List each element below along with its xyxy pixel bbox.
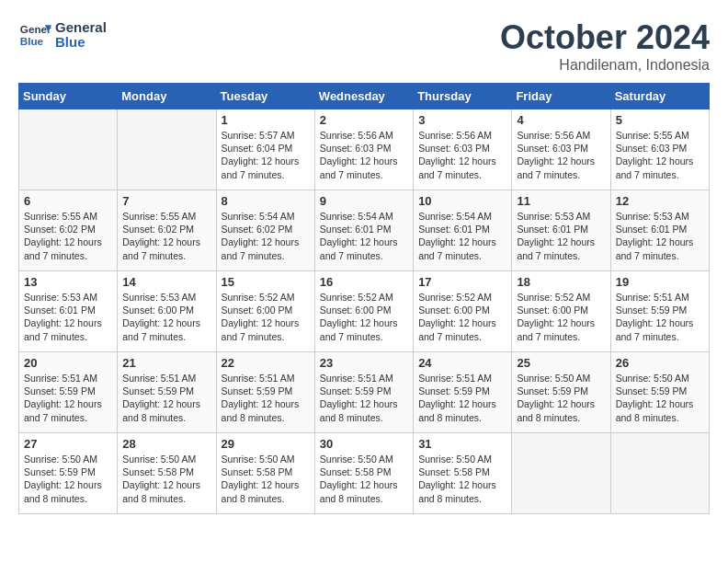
day-content: Sunrise: 5:55 AMSunset: 6:02 PMDaylight:… <box>24 210 112 262</box>
day-content: Sunrise: 5:52 AMSunset: 6:00 PMDaylight:… <box>517 291 605 343</box>
calendar-cell <box>19 109 118 190</box>
day-content: Sunrise: 5:51 AMSunset: 5:59 PMDaylight:… <box>418 372 506 424</box>
day-content: Sunrise: 5:51 AMSunset: 5:59 PMDaylight:… <box>122 372 210 424</box>
calendar-cell: 11Sunrise: 5:53 AMSunset: 6:01 PMDayligh… <box>512 190 610 271</box>
calendar-table: SundayMondayTuesdayWednesdayThursdayFrid… <box>18 83 710 514</box>
day-number: 26 <box>616 356 704 370</box>
month-title: October 2024 <box>500 18 710 57</box>
weekday-tuesday: Tuesday <box>216 84 314 109</box>
calendar-cell: 2Sunrise: 5:56 AMSunset: 6:03 PMDaylight… <box>314 109 413 190</box>
title-block: October 2024 Handilenam, Indonesia <box>500 18 710 74</box>
page-header: General Blue General Blue October 2024 H… <box>18 18 710 74</box>
week-row-4: 20Sunrise: 5:51 AMSunset: 5:59 PMDayligh… <box>19 352 710 433</box>
day-number: 30 <box>320 437 408 451</box>
calendar-cell: 18Sunrise: 5:52 AMSunset: 6:00 PMDayligh… <box>512 271 610 352</box>
calendar-cell: 23Sunrise: 5:51 AMSunset: 5:59 PMDayligh… <box>314 352 413 433</box>
day-content: Sunrise: 5:50 AMSunset: 5:59 PMDaylight:… <box>517 372 605 424</box>
day-content: Sunrise: 5:50 AMSunset: 5:59 PMDaylight:… <box>616 372 704 424</box>
day-number: 3 <box>418 113 506 127</box>
day-number: 24 <box>418 356 506 370</box>
calendar-cell: 10Sunrise: 5:54 AMSunset: 6:01 PMDayligh… <box>414 190 512 271</box>
day-content: Sunrise: 5:51 AMSunset: 5:59 PMDaylight:… <box>222 372 310 424</box>
day-content: Sunrise: 5:50 AMSunset: 5:58 PMDaylight:… <box>320 453 408 505</box>
calendar-cell: 5Sunrise: 5:55 AMSunset: 6:03 PMDaylight… <box>610 109 709 190</box>
calendar-cell: 30Sunrise: 5:50 AMSunset: 5:58 PMDayligh… <box>314 433 413 514</box>
day-content: Sunrise: 5:52 AMSunset: 6:00 PMDaylight:… <box>320 291 408 343</box>
day-content: Sunrise: 5:52 AMSunset: 6:00 PMDaylight:… <box>222 291 310 343</box>
calendar-cell: 20Sunrise: 5:51 AMSunset: 5:59 PMDayligh… <box>19 352 118 433</box>
logo-name: General Blue <box>55 20 107 51</box>
logo: General Blue General Blue <box>18 18 107 52</box>
calendar-cell: 22Sunrise: 5:51 AMSunset: 5:59 PMDayligh… <box>216 352 314 433</box>
svg-text:General: General <box>20 23 51 35</box>
day-number: 5 <box>616 113 704 127</box>
calendar-cell: 26Sunrise: 5:50 AMSunset: 5:59 PMDayligh… <box>610 352 709 433</box>
calendar-cell: 14Sunrise: 5:53 AMSunset: 6:00 PMDayligh… <box>118 271 216 352</box>
day-content: Sunrise: 5:51 AMSunset: 5:59 PMDaylight:… <box>320 372 408 424</box>
day-number: 22 <box>222 356 310 370</box>
calendar-cell: 12Sunrise: 5:53 AMSunset: 6:01 PMDayligh… <box>610 190 709 271</box>
day-number: 14 <box>122 275 210 289</box>
day-number: 28 <box>122 437 210 451</box>
day-number: 1 <box>222 113 310 127</box>
day-content: Sunrise: 5:54 AMSunset: 6:01 PMDaylight:… <box>418 210 506 262</box>
day-content: Sunrise: 5:50 AMSunset: 5:58 PMDaylight:… <box>418 453 506 505</box>
day-number: 7 <box>122 194 210 208</box>
week-row-1: 1Sunrise: 5:57 AMSunset: 6:04 PMDaylight… <box>19 109 710 190</box>
day-content: Sunrise: 5:50 AMSunset: 5:59 PMDaylight:… <box>24 453 112 505</box>
weekday-thursday: Thursday <box>414 84 512 109</box>
day-number: 2 <box>320 113 408 127</box>
calendar-cell: 16Sunrise: 5:52 AMSunset: 6:00 PMDayligh… <box>314 271 413 352</box>
day-content: Sunrise: 5:51 AMSunset: 5:59 PMDaylight:… <box>616 291 704 343</box>
weekday-wednesday: Wednesday <box>314 84 413 109</box>
svg-text:Blue: Blue <box>20 35 44 47</box>
day-content: Sunrise: 5:54 AMSunset: 6:02 PMDaylight:… <box>222 210 310 262</box>
calendar-cell: 24Sunrise: 5:51 AMSunset: 5:59 PMDayligh… <box>414 352 512 433</box>
day-content: Sunrise: 5:55 AMSunset: 6:02 PMDaylight:… <box>122 210 210 262</box>
day-content: Sunrise: 5:53 AMSunset: 6:00 PMDaylight:… <box>122 291 210 343</box>
calendar-cell <box>512 433 610 514</box>
calendar-cell: 8Sunrise: 5:54 AMSunset: 6:02 PMDaylight… <box>216 190 314 271</box>
weekday-header-row: SundayMondayTuesdayWednesdayThursdayFrid… <box>19 84 710 109</box>
calendar-cell: 27Sunrise: 5:50 AMSunset: 5:59 PMDayligh… <box>19 433 118 514</box>
day-number: 23 <box>320 356 408 370</box>
calendar-cell: 9Sunrise: 5:54 AMSunset: 6:01 PMDaylight… <box>314 190 413 271</box>
calendar-cell <box>118 109 216 190</box>
day-number: 27 <box>24 437 112 451</box>
location: Handilenam, Indonesia <box>500 57 710 74</box>
weekday-saturday: Saturday <box>610 84 709 109</box>
day-number: 31 <box>418 437 506 451</box>
day-content: Sunrise: 5:56 AMSunset: 6:03 PMDaylight:… <box>418 129 506 181</box>
week-row-5: 27Sunrise: 5:50 AMSunset: 5:59 PMDayligh… <box>19 433 710 514</box>
calendar-cell: 7Sunrise: 5:55 AMSunset: 6:02 PMDaylight… <box>118 190 216 271</box>
day-number: 13 <box>24 275 112 289</box>
calendar-cell: 21Sunrise: 5:51 AMSunset: 5:59 PMDayligh… <box>118 352 216 433</box>
day-content: Sunrise: 5:54 AMSunset: 6:01 PMDaylight:… <box>320 210 408 262</box>
weekday-monday: Monday <box>118 84 216 109</box>
day-number: 20 <box>24 356 112 370</box>
day-number: 4 <box>517 113 605 127</box>
day-content: Sunrise: 5:53 AMSunset: 6:01 PMDaylight:… <box>616 210 704 262</box>
day-number: 17 <box>418 275 506 289</box>
day-content: Sunrise: 5:52 AMSunset: 6:00 PMDaylight:… <box>418 291 506 343</box>
day-number: 9 <box>320 194 408 208</box>
day-content: Sunrise: 5:55 AMSunset: 6:03 PMDaylight:… <box>616 129 704 181</box>
week-row-3: 13Sunrise: 5:53 AMSunset: 6:01 PMDayligh… <box>19 271 710 352</box>
calendar-cell: 1Sunrise: 5:57 AMSunset: 6:04 PMDaylight… <box>216 109 314 190</box>
day-content: Sunrise: 5:53 AMSunset: 6:01 PMDaylight:… <box>24 291 112 343</box>
day-number: 29 <box>222 437 310 451</box>
day-content: Sunrise: 5:53 AMSunset: 6:01 PMDaylight:… <box>517 210 605 262</box>
day-content: Sunrise: 5:50 AMSunset: 5:58 PMDaylight:… <box>222 453 310 505</box>
calendar-cell: 25Sunrise: 5:50 AMSunset: 5:59 PMDayligh… <box>512 352 610 433</box>
day-number: 15 <box>222 275 310 289</box>
calendar-cell: 29Sunrise: 5:50 AMSunset: 5:58 PMDayligh… <box>216 433 314 514</box>
day-content: Sunrise: 5:57 AMSunset: 6:04 PMDaylight:… <box>222 129 310 181</box>
day-number: 19 <box>616 275 704 289</box>
logo-icon: General Blue <box>18 18 51 52</box>
day-number: 6 <box>24 194 112 208</box>
day-number: 16 <box>320 275 408 289</box>
day-number: 21 <box>122 356 210 370</box>
calendar-cell: 6Sunrise: 5:55 AMSunset: 6:02 PMDaylight… <box>19 190 118 271</box>
calendar-cell: 28Sunrise: 5:50 AMSunset: 5:58 PMDayligh… <box>118 433 216 514</box>
day-content: Sunrise: 5:51 AMSunset: 5:59 PMDaylight:… <box>24 372 112 424</box>
